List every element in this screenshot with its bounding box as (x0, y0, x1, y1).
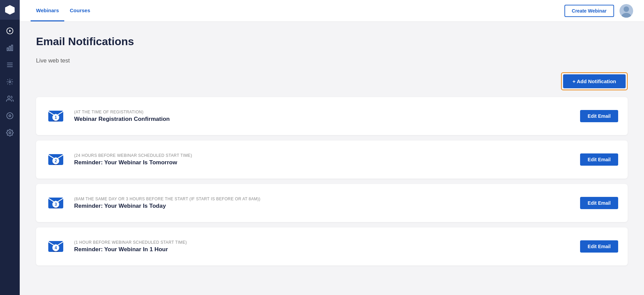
add-notification-button[interactable]: + Add Notification (563, 74, 626, 88)
card-title-1: Webinar Registration Confirmation (74, 116, 572, 123)
card-info-3: (8AM THE SAME DAY OR 3 HOURS BEFORE THE … (74, 197, 572, 209)
add-notification-area: + Add Notification (36, 72, 628, 90)
edit-email-button-4[interactable]: Edit Email (580, 240, 618, 253)
email-icon-4: 4 (46, 236, 66, 257)
sidebar-icon-play[interactable] (0, 22, 20, 39)
tab-courses[interactable]: Courses (64, 0, 96, 21)
page-content: Email Notifications Live web test + Add … (20, 22, 644, 295)
email-icon-2: 2 (46, 149, 66, 170)
svg-marker-1 (9, 30, 11, 32)
notification-card-4: 4 (1 HOUR BEFORE WEBINAR SCHEDULED START… (36, 227, 628, 265)
notification-list: 1 (AT THE TIME OF REGISTRATION) Webinar … (36, 97, 628, 265)
svg-rect-3 (9, 46, 11, 51)
notification-card-2: 2 (24 HOURS BEFORE WEBINAR SCHEDULED STA… (36, 141, 628, 179)
card-title-2: Reminder: Your Webinar Is Tomorrow (74, 159, 572, 166)
tab-webinars[interactable]: Webinars (31, 0, 64, 21)
email-icon-1: 1 (46, 105, 66, 127)
notification-card-1: 1 (AT THE TIME OF REGISTRATION) Webinar … (36, 97, 628, 135)
create-webinar-button[interactable]: Create Webinar (564, 5, 614, 17)
email-icon-3: 3 (46, 192, 66, 214)
card-timing-3: (8AM THE SAME DAY OR 3 HOURS BEFORE THE … (74, 197, 572, 201)
sidebar-icon-people[interactable] (0, 90, 20, 107)
svg-text:1: 1 (55, 115, 57, 120)
card-title-3: Reminder: Your Webinar Is Today (74, 203, 572, 209)
card-info-2: (24 HOURS BEFORE WEBINAR SCHEDULED START… (74, 153, 572, 166)
svg-point-9 (8, 96, 10, 98)
sidebar-logo[interactable] (0, 0, 20, 20)
edit-email-button-3[interactable]: Edit Email (580, 197, 618, 209)
card-info-4: (1 HOUR BEFORE WEBINAR SCHEDULED START T… (74, 240, 572, 253)
svg-point-8 (9, 81, 11, 83)
sidebar-icon-gear[interactable] (0, 124, 20, 141)
card-timing-1: (AT THE TIME OF REGISTRATION) (74, 110, 572, 114)
sidebar-icon-integrations[interactable] (0, 73, 20, 90)
card-timing-2: (24 HOURS BEFORE WEBINAR SCHEDULED START… (74, 153, 572, 158)
topnav-actions: Create Webinar (564, 4, 633, 18)
card-info-1: (AT THE TIME OF REGISTRATION) Webinar Re… (74, 110, 572, 123)
page-title: Email Notifications (36, 35, 628, 48)
section-subtitle: Live web test (36, 57, 628, 64)
avatar[interactable] (620, 4, 633, 18)
svg-point-11 (9, 115, 11, 117)
edit-email-button-1[interactable]: Edit Email (580, 110, 618, 122)
card-title-4: Reminder: Your Webinar In 1 Hour (74, 246, 572, 253)
svg-point-12 (9, 132, 11, 134)
svg-text:2: 2 (55, 159, 57, 163)
main-content: Webinars Courses Create Webinar Email No… (20, 0, 644, 295)
card-timing-4: (1 HOUR BEFORE WEBINAR SCHEDULED START T… (74, 240, 572, 245)
sidebar-icon-settings-circle[interactable] (0, 107, 20, 124)
sidebar (0, 0, 20, 295)
nav-tabs: Webinars Courses (31, 0, 96, 21)
svg-rect-4 (12, 45, 13, 51)
svg-text:4: 4 (55, 245, 57, 250)
sidebar-icon-chart[interactable] (0, 39, 20, 56)
top-navigation: Webinars Courses Create Webinar (20, 0, 644, 22)
logo-icon (5, 5, 15, 15)
sidebar-icon-list[interactable] (0, 56, 20, 73)
svg-point-10 (7, 113, 13, 119)
svg-rect-2 (7, 48, 9, 51)
notification-card-3: 3 (8AM THE SAME DAY OR 3 HOURS BEFORE TH… (36, 184, 628, 222)
svg-point-14 (624, 6, 629, 12)
edit-email-button-2[interactable]: Edit Email (580, 153, 618, 166)
add-notification-highlight: + Add Notification (561, 72, 628, 90)
svg-text:3: 3 (55, 202, 57, 207)
